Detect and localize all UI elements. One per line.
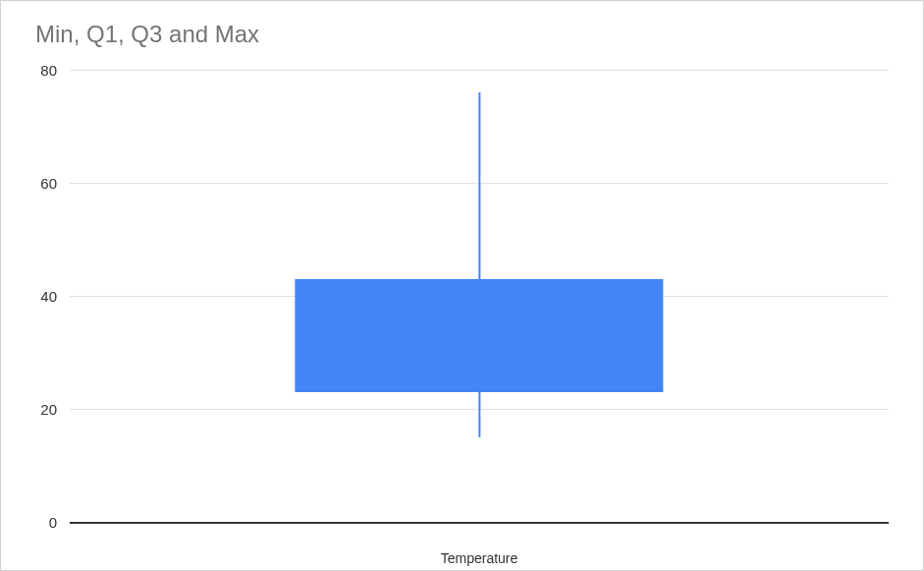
box-whisker (295, 60, 663, 542)
box (295, 279, 663, 392)
plot-area: 80 60 40 20 0 Temperature (30, 60, 894, 542)
y-tick-label: 40 (40, 288, 57, 305)
chart-title: Min, Q1, Q3 and Max (35, 21, 894, 48)
y-tick-label: 0 (49, 514, 57, 531)
y-tick-label: 20 (40, 401, 57, 418)
x-category-label: Temperature (441, 550, 518, 566)
y-axis: 80 60 40 20 0 (30, 60, 65, 542)
grid-area: Temperature (70, 60, 889, 542)
chart-container: Min, Q1, Q3 and Max 80 60 40 20 0 Temper… (1, 1, 923, 570)
y-tick-label: 80 (40, 61, 57, 78)
y-tick-label: 60 (40, 174, 57, 191)
